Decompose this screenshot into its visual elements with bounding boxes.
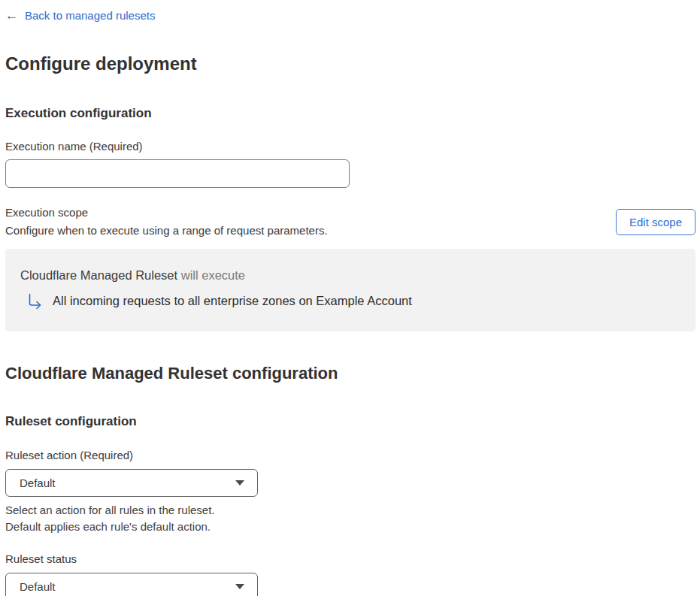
back-to-managed-rulesets-link[interactable]: ← Back to managed rulesets: [5, 9, 155, 22]
ruleset-action-help-line: Select an action for all rules in the ru…: [5, 502, 695, 519]
execution-scope-label: Execution scope: [5, 206, 328, 219]
chevron-down-icon: [235, 584, 244, 589]
ruleset-status-select[interactable]: Default: [5, 573, 258, 596]
ruleset-action-help: Select an action for all rules in the ru…: [5, 502, 695, 535]
will-execute-text: will execute: [181, 268, 245, 282]
ruleset-status-selected-value: Default: [20, 580, 56, 593]
edit-scope-button[interactable]: Edit scope: [616, 209, 695, 235]
back-arrow-icon: ←: [5, 9, 18, 22]
ruleset-action-help-line: Default applies each rule's default acti…: [5, 519, 695, 535]
ruleset-status-label: Ruleset status: [5, 552, 695, 566]
page-title: Configure deployment: [5, 53, 695, 75]
execution-scope-row: Execution scope Configure when to execut…: [5, 206, 695, 237]
ruleset-action-selected-value: Default: [20, 476, 56, 489]
branch-arrow-icon: [27, 293, 43, 310]
scope-preview-headline: Cloudflare Managed Ruleset will execute: [20, 268, 680, 283]
chevron-down-icon: [235, 480, 244, 486]
ruleset-configuration-subheading: Ruleset configuration: [5, 414, 695, 429]
ruleset-name-text: Cloudflare Managed Ruleset: [20, 268, 177, 282]
scope-preview-detail: All incoming requests to all enterprise …: [27, 293, 680, 310]
execution-scope-description: Configure when to execute using a range …: [5, 224, 328, 237]
execution-configuration-heading: Execution configuration: [5, 106, 695, 121]
scope-preview-text: All incoming requests to all enterprise …: [53, 294, 412, 309]
ruleset-configuration-title: Cloudflare Managed Ruleset configuration: [5, 364, 695, 383]
execution-scope-text-block: Execution scope Configure when to execut…: [5, 206, 328, 237]
ruleset-action-select[interactable]: Default: [5, 469, 258, 497]
execution-name-label: Execution name (Required): [5, 140, 695, 153]
back-link-label: Back to managed rulesets: [25, 9, 155, 22]
scope-preview-box: Cloudflare Managed Ruleset will execute …: [5, 249, 695, 331]
ruleset-action-label: Ruleset action (Required): [5, 449, 695, 462]
configure-deployment-page: ← Back to managed rulesets Configure dep…: [0, 0, 700, 596]
execution-name-input[interactable]: [5, 159, 350, 188]
